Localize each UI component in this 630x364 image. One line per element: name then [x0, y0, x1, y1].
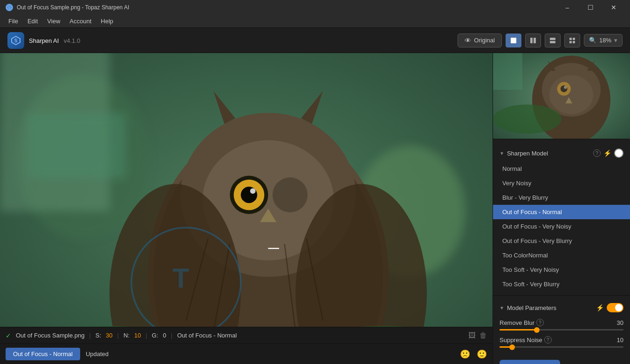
- model-blur-very-blurry[interactable]: Blur - Very Blurry: [493, 190, 630, 205]
- owl-image-svg: T: [0, 53, 493, 364]
- image-icon[interactable]: 🖼: [468, 331, 476, 340]
- window-controls: ‒ ☐ ✕: [556, 0, 624, 15]
- collapse-icon[interactable]: ▼: [500, 151, 504, 156]
- header-controls: 👁 Original 🔍 18% ▾: [458, 34, 623, 47]
- zoom-control[interactable]: 🔍 18% ▾: [584, 34, 623, 47]
- menu-account[interactable]: Account: [65, 16, 96, 27]
- image-canvas: T: [0, 53, 493, 364]
- view-compare-button[interactable]: [564, 34, 580, 47]
- suppress-noise-param: Suppress Noise ? 10: [493, 333, 630, 351]
- app-header: S Sharpen AI v4.1.0 👁 Original 🔍 18% ▾: [0, 28, 630, 53]
- minimize-button[interactable]: ‒: [556, 0, 578, 15]
- svg-rect-51: [493, 53, 522, 90]
- app-name: Sharpen AI v4.1.0: [29, 36, 80, 44]
- params-collapse-icon[interactable]: ▼: [500, 305, 504, 310]
- svg-point-26: [273, 177, 308, 212]
- svg-rect-10: [573, 38, 575, 40]
- remove-blur-fill: [500, 329, 537, 330]
- app-logo: S: [7, 32, 24, 49]
- main-layout: T Out of Focus - Normal Updated 🙁 🙂 ✓ Ou…: [0, 53, 630, 364]
- suppress-noise-slider[interactable]: [500, 346, 623, 348]
- status-divider3: |: [145, 332, 147, 339]
- status-divider1: |: [89, 332, 90, 339]
- sharpen-model-toggle[interactable]: [614, 148, 623, 158]
- lightning-icon[interactable]: ⚡: [603, 149, 611, 157]
- model-parameters-toggle[interactable]: [607, 303, 623, 312]
- file-status-bar: ✓ Out of Focus Sample.png | S: 30 | N: 1…: [0, 327, 493, 344]
- model-very-noisy[interactable]: Very Noisy: [493, 176, 630, 190]
- remove-blur-label-row: Remove Blur ? 30: [500, 319, 623, 326]
- remove-blur-slider[interactable]: [500, 329, 623, 330]
- svg-rect-7: [550, 38, 555, 40]
- status-updated-label: Updated: [86, 351, 109, 357]
- maximize-button[interactable]: ☐: [580, 0, 601, 15]
- suppress-noise-help[interactable]: ?: [544, 336, 552, 344]
- status-face-happy[interactable]: 🙂: [477, 349, 487, 359]
- status-check-icon: ✓: [6, 332, 11, 339]
- status-noise-value: 10: [134, 332, 141, 339]
- app-name-container: Sharpen AI v4.1.0: [29, 36, 80, 45]
- right-panel: ▼ Sharpen Model ? ⚡ Normal Very Noisy Bl…: [493, 53, 630, 364]
- menu-bar: File Edit View Account Help: [0, 15, 630, 28]
- view-split-h-button[interactable]: [545, 34, 561, 47]
- preview-thumbnail: [493, 53, 630, 139]
- original-button[interactable]: 👁 Original: [458, 34, 502, 47]
- remove-blur-name: Remove Blur: [500, 319, 534, 326]
- canvas-area[interactable]: T Out of Focus - Normal Updated 🙁 🙂 ✓ Ou…: [0, 53, 493, 364]
- remove-blur-thumb: [534, 327, 540, 333]
- params-lightning-icon[interactable]: ⚡: [596, 304, 604, 311]
- suppress-noise-value: 10: [617, 337, 623, 344]
- close-button[interactable]: ✕: [603, 0, 624, 15]
- model-too-soft-very-noisy[interactable]: Too Soft - Very Noisy: [493, 263, 630, 277]
- status-divider4: |: [171, 332, 172, 339]
- svg-text:S: S: [8, 6, 11, 9]
- svg-text:T: T: [172, 263, 189, 293]
- status-noise-label: N:: [123, 332, 130, 339]
- menu-edit[interactable]: Edit: [23, 16, 42, 27]
- model-out-of-focus-very-noisy[interactable]: Out of Focus - Very Noisy: [493, 219, 630, 234]
- suppress-noise-label-row: Suppress Noise ? 10: [500, 336, 623, 344]
- svg-rect-6: [534, 38, 536, 43]
- model-normal[interactable]: Normal: [493, 162, 630, 176]
- menu-file[interactable]: File: [4, 16, 23, 27]
- menu-help[interactable]: Help: [96, 16, 118, 27]
- status-model-label: Out of Focus - Normal: [6, 348, 80, 360]
- status-model-tag: Out of Focus - Normal Updated: [6, 348, 109, 360]
- title-bar: S Out of Focus Sample.png - Topaz Sharpe…: [0, 0, 630, 15]
- save-image-button[interactable]: 💾 Save Image: [500, 360, 560, 364]
- bottom-icons: 🖼 🗑: [468, 331, 487, 340]
- sharpen-model-title: Sharpen Model: [507, 150, 590, 157]
- svg-rect-4: [511, 38, 516, 43]
- suppress-noise-thumb: [509, 344, 515, 350]
- status-model-info: Out of Focus - Normal: [177, 332, 237, 339]
- eye-icon: 👁: [465, 37, 471, 44]
- remove-blur-help[interactable]: ?: [536, 319, 544, 326]
- panel-content[interactable]: ▼ Sharpen Model ? ⚡ Normal Very Noisy Bl…: [493, 139, 630, 364]
- status-sharpen-value: 30: [106, 332, 112, 339]
- svg-rect-8: [550, 41, 555, 43]
- trash-icon[interactable]: 🗑: [479, 331, 487, 340]
- model-too-color-normal[interactable]: Too ColorNormal: [493, 248, 630, 263]
- svg-point-25: [250, 189, 256, 194]
- model-parameters-header: ▼ Model Parameters ⚡: [493, 299, 630, 316]
- model-out-of-focus-normal[interactable]: Out of Focus - Normal: [493, 205, 630, 219]
- status-right: 🙁 🙂: [460, 349, 487, 359]
- status-grain-value: 0: [163, 332, 166, 339]
- sharpen-model-header: ▼ Sharpen Model ? ⚡: [493, 145, 630, 162]
- status-face-sad[interactable]: 🙁: [460, 349, 470, 359]
- thumbnail-image: [493, 53, 630, 139]
- view-split-v-button[interactable]: [525, 34, 541, 47]
- svg-point-48: [549, 75, 594, 114]
- view-single-button[interactable]: [506, 34, 521, 47]
- model-parameters-section: ▼ Model Parameters ⚡ Remove Blur ? 30: [493, 295, 630, 354]
- svg-rect-17: [27, 113, 126, 178]
- svg-point-50: [493, 104, 562, 134]
- sharpen-model-help[interactable]: ?: [593, 149, 601, 157]
- menu-view[interactable]: View: [42, 16, 65, 27]
- status-sharpen-label: S:: [96, 332, 101, 339]
- status-filename: Out of Focus Sample.png: [16, 332, 84, 339]
- window-title: Out of Focus Sample.png - Topaz Sharpen …: [17, 4, 129, 11]
- model-out-of-focus-very-blurry[interactable]: Out of Focus - Very Blurry: [493, 234, 630, 248]
- model-too-soft-very-blurry[interactable]: Too Soft - Very Blurry: [493, 277, 630, 291]
- zoom-out-icon: 🔍: [589, 37, 596, 44]
